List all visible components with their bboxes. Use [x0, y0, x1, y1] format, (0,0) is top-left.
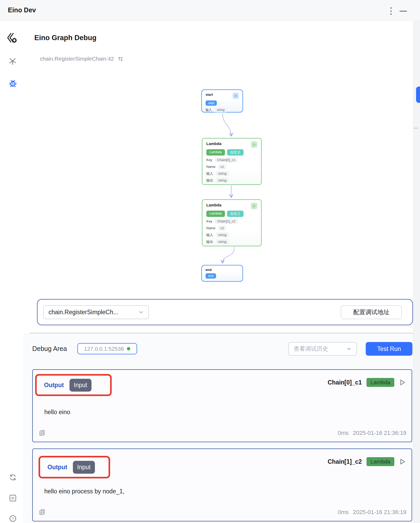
node-custom-badge: 自定义: [227, 211, 244, 217]
panel-expand-handle[interactable]: [416, 87, 420, 103]
node-row-label: 输入: [206, 108, 212, 112]
node-row-value: Chain[0]_c1: [215, 157, 238, 162]
app-window: Eino Dev: [0, 0, 420, 523]
node-type-badge: end: [206, 273, 216, 279]
card-node-key: Chain[0]_c1: [328, 379, 362, 386]
card-run-icon[interactable]: [399, 379, 406, 386]
configure-debug-address-button[interactable]: 配置调试地址: [341, 305, 402, 319]
page-title: Eino Graph Debug: [34, 34, 96, 42]
language-icon[interactable]: 中: [9, 494, 17, 502]
node-row-value: c2: [218, 226, 227, 231]
node-custom-badge: 自定义: [227, 149, 244, 156]
card-node-type-badge: Lambda: [367, 378, 394, 387]
debug-address: 127.0.0.1:52538: [84, 346, 124, 352]
node-type-badge: Lambda: [206, 211, 225, 217]
copy-icon[interactable]: [39, 509, 46, 516]
node-row-label: Key: [206, 158, 212, 162]
debug-history-dropdown[interactable]: 查看调试历史: [288, 342, 357, 356]
graph-selector-bar: chain.RegisterSimpleCh... 配置调试地址: [37, 299, 413, 325]
node-title: end: [206, 268, 212, 272]
debug-nav-icon[interactable]: [8, 79, 17, 88]
card-duration: 0ms: [338, 509, 349, 516]
node-title: start: [206, 93, 213, 97]
tab-input[interactable]: Input: [73, 461, 95, 474]
node-row-label: Name: [206, 226, 216, 230]
node-run-icon[interactable]: [251, 203, 257, 209]
card-timestamp: 2025-01-16 21:36:19: [353, 509, 406, 516]
tab-input[interactable]: Input: [69, 379, 91, 392]
node-row-label: 输入: [206, 233, 213, 237]
graph-nav-icon[interactable]: [8, 57, 17, 66]
node-row-value: string: [216, 171, 229, 176]
app-title: Eino Dev: [8, 6, 36, 14]
graph-select-value: chain.RegisterSimpleCh...: [49, 309, 118, 316]
annotation-highlight-box: Output Input: [35, 374, 112, 396]
trace-breadcrumb: chain.RegisterSimpleChain:42: [40, 56, 114, 62]
window-titlebar: Eino Dev: [0, 0, 420, 21]
node-row-value: string: [214, 108, 227, 112]
node-run-icon[interactable]: [233, 93, 239, 99]
card-timestamp: 2025-01-16 21:36:19: [353, 430, 406, 436]
node-row-value: Chain[1]_c2: [215, 219, 238, 224]
node-row-value: string: [216, 232, 229, 237]
node-row-value: string: [216, 239, 229, 244]
svg-text:中: 中: [11, 497, 15, 500]
debug-area-title: Debug Area: [32, 345, 67, 353]
connection-status-dot: [127, 347, 130, 350]
graph-node-lambda-c2[interactable]: Lambda Lambda 自定义 Key Chain[1]_c2 Name c…: [202, 199, 262, 246]
card-duration: 0ms: [338, 430, 349, 436]
debug-address-badge: 127.0.0.1:52538: [77, 343, 137, 354]
card-output-content: hello eino process by node_1,: [44, 488, 125, 495]
help-icon[interactable]: ?: [9, 515, 17, 522]
graph-node-lambda-c1[interactable]: Lambda Lambda 自定义 Key Chain[0]_c1 Name c…: [202, 138, 262, 185]
chevron-down-icon: [138, 309, 144, 315]
card-output-content: hello eino: [44, 409, 70, 416]
result-card-c1: Output Input Chain[0]_c1 Lambda hello ei…: [32, 369, 412, 442]
tab-output[interactable]: Output: [47, 464, 67, 471]
node-type-badge: Lambda: [206, 149, 225, 156]
minimize-icon[interactable]: [400, 11, 407, 12]
svg-text:?: ?: [12, 516, 14, 521]
node-row-label: 输出: [206, 239, 213, 244]
kebab-menu-icon[interactable]: [390, 7, 392, 15]
refresh-icon[interactable]: [9, 473, 17, 481]
node-row-label: 输出: [206, 178, 213, 183]
card-node-key: Chain[1]_c2: [328, 458, 362, 465]
card-run-icon[interactable]: [399, 458, 406, 465]
sort-icon[interactable]: [118, 56, 123, 62]
annotation-highlight-box: Output Input: [39, 456, 110, 478]
graph-node-start[interactable]: start start 输入 string: [201, 89, 243, 113]
debug-history-placeholder: 查看调试历史: [294, 345, 328, 353]
test-run-button[interactable]: Test Run: [366, 342, 412, 356]
graph-select-dropdown[interactable]: chain.RegisterSimpleCh...: [43, 305, 149, 319]
graph-node-end[interactable]: end end: [201, 265, 243, 282]
eino-logo-icon: [6, 31, 18, 45]
node-title: Lambda: [206, 141, 222, 146]
chevron-down-icon: [346, 346, 352, 351]
node-row-label: Name: [206, 165, 216, 169]
node-row-value: string: [216, 178, 229, 183]
node-row-label: 输入: [206, 171, 213, 176]
node-run-icon[interactable]: [251, 141, 257, 148]
node-row-label: Key: [206, 219, 212, 223]
card-node-type-badge: Lambda: [367, 457, 394, 466]
copy-icon[interactable]: [39, 429, 46, 436]
panel-resize-handle[interactable]: [414, 128, 418, 129]
tab-output[interactable]: Output: [44, 382, 64, 389]
node-type-badge: start: [206, 100, 217, 106]
result-card-c2: Output Input Chain[1]_c2 Lambda hello ei…: [32, 449, 412, 521]
node-row-value: c1: [218, 164, 227, 169]
node-title: Lambda: [206, 203, 222, 207]
